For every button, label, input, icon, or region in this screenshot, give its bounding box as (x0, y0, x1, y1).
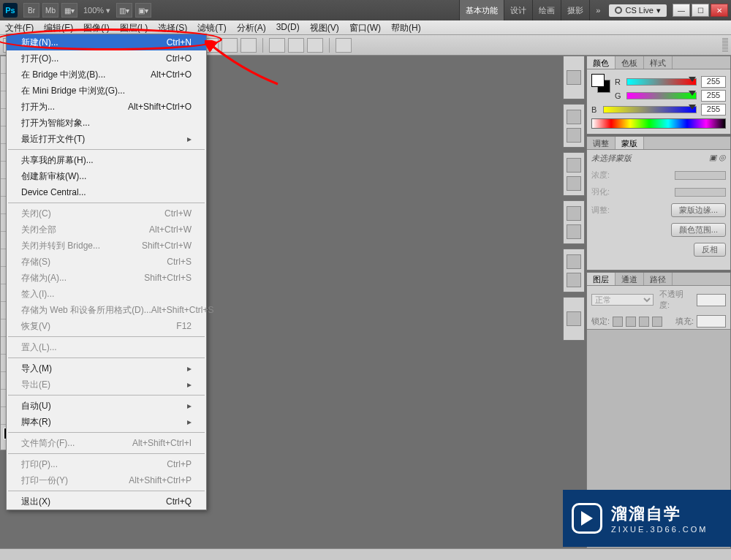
menu-3d[interactable]: 3D(D) (271, 20, 305, 34)
density-slider[interactable] (675, 171, 726, 180)
lock-all-icon[interactable] (652, 317, 662, 327)
workspace-essentials[interactable]: 基本功能 (459, 0, 504, 20)
file-menu-item[interactable]: 打开为...Alt+Shift+Ctrl+O (7, 99, 206, 115)
zoom-level[interactable]: 100% ▾ (83, 6, 110, 15)
menu-separator (8, 203, 205, 203)
history-panel-icon[interactable] (567, 70, 581, 85)
menu-image[interactable]: 图像(I) (78, 20, 114, 34)
tab-paths[interactable]: 路径 (644, 273, 673, 285)
tools-panel-icon[interactable] (567, 254, 581, 269)
watermark: 溜溜自学 ZIXUE.3D66.COM (563, 490, 731, 547)
workspace-design[interactable]: 设计 (504, 0, 532, 20)
menu-window[interactable]: 窗口(W) (344, 20, 386, 34)
tab-masks[interactable]: 蒙版 (616, 137, 644, 149)
view-extras-icon[interactable]: ▦▾ (61, 3, 77, 18)
fill-input[interactable] (697, 315, 726, 328)
lock-pos-icon[interactable] (639, 317, 649, 327)
menu-separator (8, 491, 205, 491)
brush-panel-icon[interactable] (567, 110, 581, 124)
menu-analysis[interactable]: 分析(A) (232, 20, 271, 34)
feather-slider[interactable] (675, 188, 726, 197)
bridge-icon[interactable]: Br (23, 3, 39, 18)
dock-well[interactable] (563, 152, 585, 196)
file-menu-item[interactable]: 新建(N)...Ctrl+N (7, 34, 206, 50)
file-menu-item: 文件简介(F)...Alt+Shift+Ctrl+I (7, 435, 206, 451)
menu-layer[interactable]: 图层(L) (115, 20, 154, 34)
menu-file[interactable]: 文件(F) (0, 20, 39, 34)
color-ramp[interactable] (591, 118, 726, 129)
dock-well[interactable] (563, 56, 585, 99)
invert-button[interactable]: 反相 (694, 243, 726, 257)
file-menu-item[interactable]: 打开为智能对象... (7, 115, 206, 131)
tab-layers[interactable]: 图层 (587, 273, 616, 285)
maximize-button[interactable]: ☐ (692, 4, 709, 17)
r-value[interactable]: 255 (701, 76, 726, 88)
file-menu-item: 存储为(A)...Shift+Ctrl+S (7, 270, 206, 286)
opt-icon[interactable] (307, 38, 323, 53)
menu-view[interactable]: 视图(V) (305, 20, 344, 34)
mask-edge-button[interactable]: 蒙版边缘... (671, 203, 726, 217)
opt-icon[interactable] (336, 38, 352, 53)
tab-color[interactable]: 颜色 (587, 56, 616, 69)
dock-well[interactable] (563, 249, 585, 292)
b-slider[interactable] (603, 106, 697, 113)
paragraph-panel-icon[interactable] (567, 206, 581, 221)
workspace-more-icon[interactable]: » (589, 0, 606, 20)
file-menu-item[interactable]: 脚本(R) (7, 414, 206, 430)
file-menu-item[interactable]: 在 Bridge 中浏览(B)...Alt+Ctrl+O (7, 67, 206, 83)
file-menu-item[interactable]: 在 Mini Bridge 中浏览(G)... (7, 83, 206, 99)
color-range-button[interactable]: 颜色范围... (671, 223, 726, 237)
minimize-button[interactable]: — (673, 4, 690, 17)
opt-icon[interactable] (288, 38, 304, 53)
opt-icon[interactable] (221, 38, 238, 53)
workspace-painting[interactable]: 绘画 (532, 0, 561, 20)
file-menu-item[interactable]: 最近打开文件(T) (7, 131, 206, 147)
brushpresets-icon[interactable] (567, 158, 581, 173)
menu-bar: 文件(F) 编辑(E) 图像(I) 图层(L) 选择(S) 滤镜(T) 分析(A… (0, 20, 731, 35)
file-menu-item: 存储为 Web 和设备所用格式(D)...Alt+Shift+Ctrl+S (7, 302, 206, 318)
b-value[interactable]: 255 (701, 104, 726, 116)
file-menu-item[interactable]: Device Central... (7, 184, 206, 200)
status-bar (0, 548, 731, 560)
info-panel-icon[interactable] (567, 273, 581, 287)
options-grip-icon[interactable] (722, 38, 728, 53)
clone-panel-icon[interactable] (567, 128, 581, 143)
character-panel-icon[interactable] (567, 311, 581, 326)
menu-edit[interactable]: 编辑(E) (39, 20, 78, 34)
opt-icon[interactable] (269, 38, 285, 53)
file-menu-item: 关闭(C)Ctrl+W (7, 205, 206, 222)
g-slider[interactable] (626, 92, 697, 99)
minibridge-icon[interactable]: Mb (42, 3, 58, 18)
file-menu-item[interactable]: 创建新审核(W)... (7, 168, 206, 184)
tab-styles[interactable]: 样式 (644, 56, 673, 69)
close-button[interactable]: ✕ (711, 4, 728, 17)
lock-paint-icon[interactable] (626, 317, 636, 327)
dock-well[interactable] (563, 200, 585, 244)
swatches-panel-icon[interactable] (567, 176, 581, 191)
blend-mode-select[interactable]: 正常 (591, 294, 654, 306)
file-menu-item[interactable]: 退出(X)Ctrl+Q (7, 493, 206, 510)
dock-well[interactable] (563, 104, 585, 148)
workspace-photography[interactable]: 摄影 (561, 0, 589, 20)
menu-help[interactable]: 帮助(H) (386, 20, 426, 34)
opt-icon[interactable] (240, 38, 257, 53)
screen-mode-icon[interactable]: ▣▾ (135, 3, 151, 18)
file-menu-item[interactable]: 共享我的屏幕(H)... (7, 152, 206, 168)
menu-filter[interactable]: 滤镜(T) (192, 20, 231, 34)
cslive-button[interactable]: CS Live ▾ (609, 4, 667, 17)
dock-well[interactable] (563, 297, 585, 341)
arrange-docs-icon[interactable]: ▥▾ (116, 3, 132, 18)
file-menu-item[interactable]: 自动(U) (7, 398, 206, 414)
r-slider[interactable] (626, 78, 697, 86)
g-value[interactable]: 255 (701, 90, 726, 102)
char-panel-icon[interactable] (567, 224, 581, 239)
file-menu-item[interactable]: 导入(M) (7, 360, 206, 377)
panel-swatch[interactable] (591, 74, 610, 93)
opacity-input[interactable] (697, 294, 726, 306)
file-menu-item[interactable]: 打开(O)...Ctrl+O (7, 50, 206, 67)
tab-channels[interactable]: 通道 (616, 273, 644, 285)
menu-select[interactable]: 选择(S) (153, 20, 192, 34)
lock-trans-icon[interactable] (613, 317, 623, 327)
tab-swatches[interactable]: 色板 (616, 56, 644, 69)
tab-adjustments[interactable]: 调整 (587, 137, 616, 149)
